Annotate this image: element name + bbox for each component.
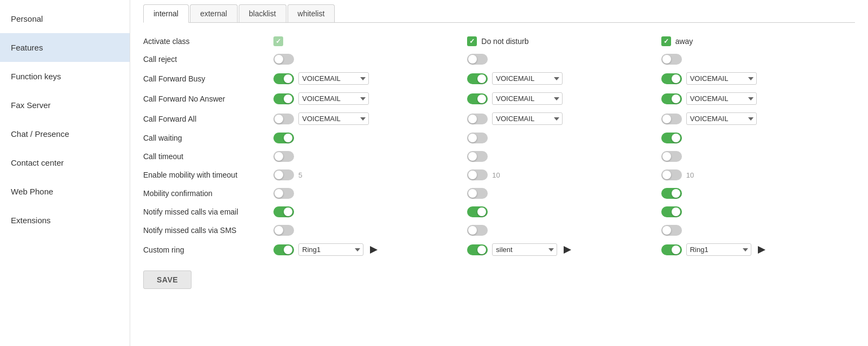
toggle-cfna-col1[interactable] <box>273 93 294 104</box>
sidebar-item-function-keys[interactable]: Function keys <box>0 62 130 91</box>
row-call-reject: Call reject <box>143 50 855 68</box>
label-cfa: Call Forward All <box>143 115 273 123</box>
save-button[interactable]: SAVE <box>143 270 192 289</box>
col3-call-forward-busy: VOICEMAILExtensionNone <box>661 72 855 85</box>
label-call-forward-busy: Call Forward Busy <box>143 74 273 83</box>
col1-custom-ring: Ring1Ring2Ring3silent <box>273 243 467 256</box>
toggle-mt-col2[interactable] <box>467 169 488 180</box>
col3-notify-email <box>661 206 855 217</box>
toggle-cr-col3[interactable] <box>661 244 682 255</box>
toggle-ne-col1[interactable] <box>273 206 294 217</box>
main-content: internal external blacklist whitelist Ac… <box>130 0 868 346</box>
sidebar-item-contact-center[interactable]: Contact center <box>0 148 130 177</box>
sidebar-item-chat-presence[interactable]: Chat / Presence <box>0 119 130 148</box>
toggle-cw-col1[interactable] <box>273 133 294 143</box>
select-cfna-col2[interactable]: VOICEMAILExtensionNone <box>492 92 563 105</box>
tab-bar: internal external blacklist whitelist <box>143 0 855 23</box>
col1-cfna: VOICEMAILExtensionNone <box>273 92 467 105</box>
col3-mobility-timeout: 10 <box>661 169 855 180</box>
toggle-mc-col1[interactable] <box>273 188 294 199</box>
col3-call-timeout <box>661 151 855 162</box>
toggle-cfna-col3[interactable] <box>661 93 682 104</box>
toggle-ct-col3[interactable] <box>661 151 682 162</box>
select-ring-col1[interactable]: Ring1Ring2Ring3silent <box>298 243 363 256</box>
select-cfna-col1[interactable]: VOICEMAILExtensionNone <box>298 92 369 105</box>
checkbox-activate-class-col1[interactable] <box>273 36 283 46</box>
col1-call-forward-busy: VOICEMAILExtensionNone <box>273 72 467 85</box>
col2-activate-class: Do not disturb <box>467 36 661 46</box>
select-cfb-col2[interactable]: VOICEMAILExtensionNone <box>492 72 563 85</box>
col1-mobility-confirmation <box>273 188 467 199</box>
val-mt-col1: 5 <box>298 171 302 179</box>
play-button-col3[interactable] <box>758 246 765 254</box>
col1-mobility-timeout: 5 <box>273 169 467 180</box>
toggle-ct-col2[interactable] <box>467 151 488 162</box>
tab-internal[interactable]: internal <box>143 4 189 23</box>
col1-notify-sms <box>273 225 467 236</box>
toggle-call-reject-col2[interactable] <box>467 54 488 65</box>
select-cfa-col2[interactable]: VOICEMAILExtensionNone <box>492 112 563 125</box>
toggle-mt-col3[interactable] <box>661 169 682 180</box>
checkbox-activate-class-col2[interactable] <box>467 36 477 46</box>
toggle-cfb-col1[interactable] <box>273 73 294 84</box>
label-mobility-confirmation: Mobility confirmation <box>143 189 273 198</box>
play-button-col2[interactable] <box>564 246 571 254</box>
tab-blacklist[interactable]: blacklist <box>239 4 286 22</box>
col3-mobility-confirmation <box>661 188 855 199</box>
toggle-cfna-col2[interactable] <box>467 93 488 104</box>
select-cfa-col1[interactable]: VOICEMAILExtensionNone <box>298 112 369 125</box>
toggle-ns-col3[interactable] <box>661 225 682 236</box>
sidebar-item-features[interactable]: Features <box>0 33 130 62</box>
label-notify-email: Notify missed calls via email <box>143 207 273 216</box>
toggle-mc-col2[interactable] <box>467 188 488 199</box>
select-cfb-col3[interactable]: VOICEMAILExtensionNone <box>686 72 757 85</box>
sidebar-item-fax-server[interactable]: Fax Server <box>0 91 130 119</box>
tab-external[interactable]: external <box>190 4 238 22</box>
toggle-mt-col1[interactable] <box>273 169 294 180</box>
select-cfb-col1[interactable]: VOICEMAILExtensionNone <box>298 72 369 85</box>
row-notify-email: Notify missed calls via email <box>143 203 855 221</box>
toggle-ns-col2[interactable] <box>467 225 488 236</box>
toggle-ne-col3[interactable] <box>661 206 682 217</box>
label-cfna: Call Forward No Answer <box>143 95 273 103</box>
label-call-waiting: Call waiting <box>143 134 273 142</box>
row-call-forward-busy: Call Forward Busy VOICEMAILExtensionNone <box>143 68 855 89</box>
toggle-ne-col2[interactable] <box>467 206 488 217</box>
play-button-col1[interactable] <box>370 246 378 254</box>
row-call-timeout: Call timeout <box>143 147 855 166</box>
toggle-call-reject-col1[interactable] <box>273 54 294 65</box>
toggle-cfa-col3[interactable] <box>661 114 682 124</box>
toggle-cr-col1[interactable] <box>273 244 294 255</box>
toggle-cw-col3[interactable] <box>661 133 682 143</box>
select-cfa-col3[interactable]: VOICEMAILExtensionNone <box>686 112 757 125</box>
sidebar-item-personal[interactable]: Personal <box>0 4 130 33</box>
toggle-ns-col1[interactable] <box>273 225 294 236</box>
sidebar-item-web-phone[interactable]: Web Phone <box>0 177 130 206</box>
toggle-cfb-col3[interactable] <box>661 73 682 84</box>
toggle-cw-col2[interactable] <box>467 133 488 143</box>
toggle-mc-col3[interactable] <box>661 188 682 199</box>
tab-whitelist[interactable]: whitelist <box>288 4 335 22</box>
select-ring-col2[interactable]: Ring1Ring2Ring3silent <box>492 243 557 256</box>
col2-notify-email <box>467 206 661 217</box>
settings-rows: Activate class Do not disturb away Call … <box>143 33 855 260</box>
val-mt-col2: 10 <box>492 171 500 179</box>
checkbox-activate-class-col3[interactable] <box>661 36 671 46</box>
toggle-cr-col2[interactable] <box>467 244 488 255</box>
col1-notify-email <box>273 206 467 217</box>
toggle-cfa-col2[interactable] <box>467 114 488 124</box>
col1-activate-class <box>273 36 467 46</box>
select-ring-col3[interactable]: Ring1Ring2Ring3silent <box>686 243 751 256</box>
col2-cfna: VOICEMAILExtensionNone <box>467 92 661 105</box>
sidebar-item-extensions[interactable]: Extensions <box>0 206 130 235</box>
select-cfna-col3[interactable]: VOICEMAILExtensionNone <box>686 92 757 105</box>
row-mobility-confirmation: Mobility confirmation <box>143 184 855 203</box>
row-call-forward-no-answer: Call Forward No Answer VOICEMAILExtensio… <box>143 89 855 109</box>
toggle-ct-col1[interactable] <box>273 151 294 162</box>
toggle-cfa-col1[interactable] <box>273 114 294 124</box>
toggle-call-reject-col3[interactable] <box>661 54 682 65</box>
col3-cfna: VOICEMAILExtensionNone <box>661 92 855 105</box>
col1-call-waiting <box>273 133 467 143</box>
toggle-cfb-col2[interactable] <box>467 73 488 84</box>
col3-cfa: VOICEMAILExtensionNone <box>661 112 855 125</box>
